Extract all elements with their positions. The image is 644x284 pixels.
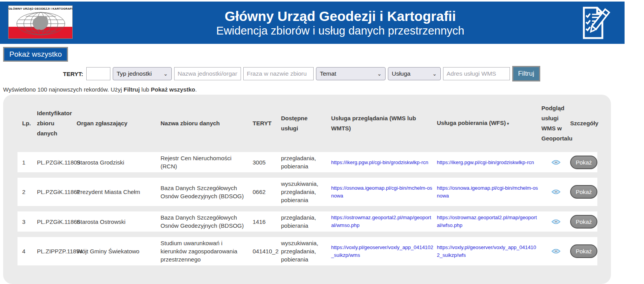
service-select[interactable]: Usługa ⌄: [388, 67, 441, 80]
col-header-identifier: Identyfikator zbioru danych: [37, 108, 77, 139]
details-show-button[interactable]: Pokaż: [570, 244, 597, 258]
geoportal-preview-eye-icon[interactable]: [552, 219, 560, 225]
cell-teryt: 3005: [253, 158, 281, 166]
cell-organ: Prezydent Miasta Chełm: [77, 188, 161, 196]
theme-select-value: Temat: [320, 70, 336, 77]
wfs-service-link[interactable]: https://osnowa.igeomap.pl/cgi-bin/mchelm…: [437, 184, 538, 200]
theme-select[interactable]: Temat ⌄: [316, 67, 386, 80]
unit-name-input[interactable]: [174, 67, 241, 80]
cell-teryt: 041410_2: [253, 247, 281, 255]
table-row: 3 PL.PZGiK.11866 Starosta Ostrowski Baza…: [17, 211, 597, 232]
unit-type-select[interactable]: Typ jednostki ⌄: [113, 67, 172, 80]
gugik-logo: GŁÓWNY URZĄD GEODEZJI I KARTOGRAFII: [8, 5, 73, 39]
page-title: Główny Urząd Geodezji i Kartografii: [216, 8, 464, 25]
cell-identifier: PL.PZGiK.11861: [37, 188, 77, 196]
cell-services: wyszukiwania, przegladania, pobierania: [281, 239, 331, 263]
cell-organ: Starosta Grodziski: [77, 158, 161, 166]
cell-lp: 3: [17, 218, 37, 226]
col-header-teryt: TERYT: [253, 118, 281, 128]
cell-services: przegladania, pobierania: [281, 154, 331, 170]
col-header-wms: Usługa przeglądania (WMS lub WMTS): [331, 113, 437, 133]
wms-service-link[interactable]: https://ostrowmaz.geoportal2.pl/map/geop…: [331, 214, 434, 229]
chevron-down-icon: ⌄: [163, 72, 168, 76]
cell-identifier: PL.PZGiK.11866: [37, 218, 77, 226]
col-header-wfs-sortable[interactable]: Usługa pobierania (WFS)▾: [437, 118, 541, 129]
records-info-text: Wyświetlono 100 najnowszych rekordów. Uż…: [3, 86, 197, 93]
show-all-button[interactable]: Pokaż wszystko: [3, 47, 68, 62]
table-row: 4 PL.ZIPPZP.11894 Wójt Gminy Świekatowo …: [17, 237, 597, 265]
col-header-wfs-label: Usługa pobierania (WFS): [437, 119, 506, 126]
wfs-service-link[interactable]: https://voxly.pl/geoserver/voxly_app_041…: [437, 244, 538, 259]
details-show-button[interactable]: Pokaż: [570, 185, 597, 199]
info-text-part: lub: [140, 86, 151, 93]
wms-address-input[interactable]: [443, 67, 510, 80]
dataset-phrase-input[interactable]: [243, 67, 314, 80]
cell-teryt: 1416: [253, 218, 281, 226]
sort-descending-icon: ▾: [507, 121, 509, 126]
unit-type-select-value: Typ jednostki: [117, 70, 152, 77]
checklist-pencil-icon: [578, 5, 609, 40]
geoportal-preview-eye-icon[interactable]: [552, 248, 560, 254]
results-panel: Lp. Identyfikator zbioru danych Organ zg…: [3, 95, 611, 284]
details-show-button[interactable]: Pokaż: [570, 215, 597, 229]
app-header: GŁÓWNY URZĄD GEODEZJI I KARTOGRAFII Głów…: [0, 2, 625, 44]
cell-identifier: PL.PZGiK.11809: [37, 158, 77, 166]
table-header-row: Lp. Identyfikator zbioru danych Organ zg…: [17, 95, 597, 152]
col-header-preview: Podgląd usługi WMS w Geoportalu: [541, 103, 570, 144]
cell-dataset-name: Rejestr Cen Nieruchomości (RCN): [161, 154, 253, 170]
table-row: 2 PL.PZGiK.11861 Prezydent Miasta Chełm …: [17, 178, 597, 206]
col-header-details: Szczegóły: [570, 118, 597, 128]
filter-bar: TERYT: Typ jednostki ⌄ Temat ⌄ Usługa ⌄ …: [0, 66, 644, 81]
cell-dataset-name: Studium uwarunkowań i kierunków zagospod…: [161, 239, 253, 263]
teryt-label: TERYT:: [63, 71, 83, 77]
page-subtitle: Ewidencja zbiorów i usług danych przestr…: [216, 25, 464, 38]
cell-organ: Wójt Gminy Świekatowo: [77, 247, 161, 255]
wms-service-link[interactable]: https://ikerg.pgw.pl/cgi-bin/grodziskwlk…: [331, 159, 428, 166]
wms-service-link[interactable]: https://osnowa.igeomap.pl/cgi-bin/mchelm…: [331, 184, 434, 200]
logo-text: GŁÓWNY URZĄD GEODEZJI I KARTOGRAFII: [9, 6, 72, 10]
col-header-services: Dostępne usługi: [281, 113, 331, 133]
cell-lp: 1: [17, 158, 37, 166]
cell-dataset-name: Baza Danych Szczegółowych Osnów Geodezyj…: [161, 184, 253, 200]
col-header-lp: Lp.: [17, 118, 37, 128]
globe-poland-icon: [14, 11, 68, 36]
chevron-down-icon: ⌄: [432, 72, 437, 76]
teryt-input[interactable]: [86, 67, 110, 80]
cell-teryt: 0662: [253, 188, 281, 196]
header-titles: Główny Urząd Geodezji i Kartografii Ewid…: [216, 8, 464, 38]
cell-services: przegladania, pobierania: [281, 213, 331, 230]
wms-service-link[interactable]: https://voxly.pl/geoserver/voxly_app_041…: [331, 244, 434, 259]
wfs-service-link[interactable]: https://ikerg.pgw.pl/cgi-bin/grodziskwlk…: [437, 159, 534, 166]
cell-identifier: PL.ZIPPZP.11894: [37, 247, 77, 255]
cell-lp: 2: [17, 188, 37, 196]
filter-button[interactable]: Filtruj: [512, 66, 540, 81]
details-show-button[interactable]: Pokaż: [570, 156, 597, 169]
info-show-all-ref: Pokaż wszystko: [151, 86, 195, 93]
geoportal-preview-eye-icon[interactable]: [552, 159, 560, 165]
info-text-part: .: [195, 86, 197, 93]
service-select-value: Usługa: [392, 70, 410, 77]
cell-organ: Starosta Ostrowski: [77, 218, 161, 226]
info-text-part: Wyświetlono 100 najnowszych rekordów. Uż…: [3, 86, 124, 93]
geoportal-preview-eye-icon[interactable]: [552, 189, 560, 195]
wfs-service-link[interactable]: https://ostrowmaz.geoportal2.pl/map/geop…: [437, 214, 538, 229]
chevron-down-icon: ⌄: [377, 72, 382, 76]
col-header-organ: Organ zgłaszający: [77, 118, 161, 128]
col-header-dataset-name: Nazwa zbioru danych: [161, 118, 253, 128]
cell-services: wyszukiwania, przegladania, pobierania: [281, 180, 331, 204]
info-filtruj-ref: Filtruj: [124, 86, 140, 93]
cell-dataset-name: Baza Danych Szczegółowych Osnów Geodezyj…: [161, 213, 253, 230]
cell-lp: 4: [17, 247, 37, 255]
table-row: 1 PL.PZGiK.11809 Starosta Grodziski Reje…: [17, 152, 597, 172]
